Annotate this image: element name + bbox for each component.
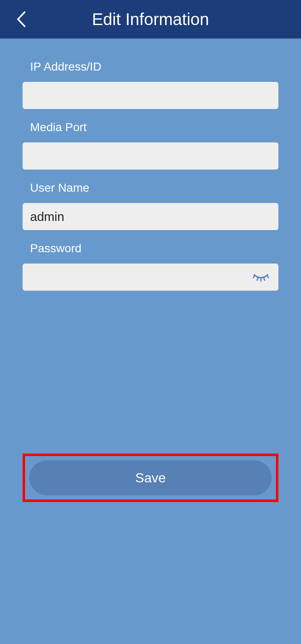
header: Edit Information: [0, 0, 301, 39]
eye-closed-icon: [253, 272, 269, 282]
ip-address-label: IP Address/ID: [23, 60, 278, 74]
password-group: Password: [23, 242, 278, 291]
password-input[interactable]: [23, 264, 278, 291]
save-button[interactable]: Save: [29, 460, 272, 495]
form-container: IP Address/ID Media Port User Name Passw…: [0, 39, 301, 291]
password-label: Password: [23, 242, 278, 255]
media-port-label: Media Port: [23, 121, 278, 134]
save-section: Save: [23, 454, 278, 502]
username-group: User Name: [23, 181, 278, 230]
ip-address-group: IP Address/ID: [23, 60, 278, 109]
media-port-input[interactable]: [23, 142, 278, 170]
chevron-left-icon: [15, 10, 26, 28]
svg-line-2: [257, 278, 258, 280]
username-input[interactable]: [23, 203, 278, 230]
ip-address-input[interactable]: [23, 82, 278, 109]
back-button[interactable]: [13, 11, 29, 28]
media-port-group: Media Port: [23, 121, 278, 170]
password-visibility-toggle[interactable]: [253, 271, 269, 284]
svg-line-0: [253, 276, 255, 278]
username-label: User Name: [23, 181, 278, 195]
svg-line-1: [267, 276, 268, 278]
svg-line-3: [264, 278, 265, 280]
page-title: Edit Information: [0, 10, 301, 29]
password-wrapper: [23, 264, 278, 291]
save-highlight-box: Save: [23, 454, 278, 502]
